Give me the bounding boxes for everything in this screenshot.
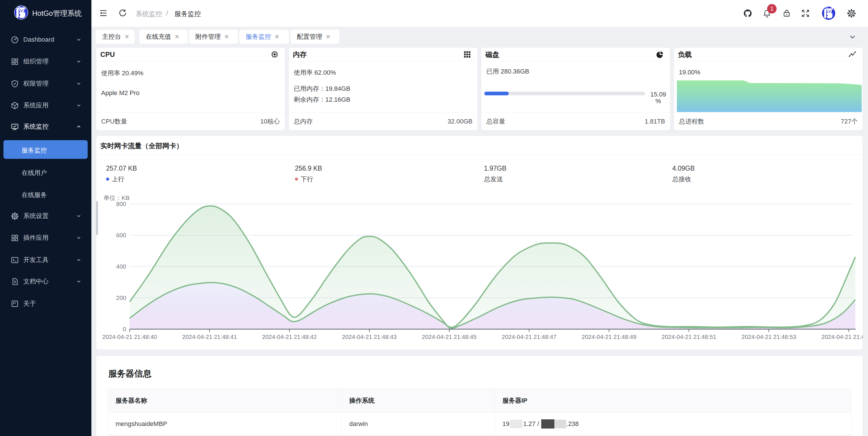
svg-text:2024-04-21 21:48:53: 2024-04-21 21:48:53 xyxy=(742,333,796,340)
svg-text:800: 800 xyxy=(116,200,126,207)
svg-text:2024-04-21 21:48:47: 2024-04-21 21:48:47 xyxy=(502,333,556,340)
svg-text:200: 200 xyxy=(116,294,126,301)
svg-text:单位：KB: 单位：KB xyxy=(103,195,130,201)
svg-text:2024-04-21 21:48:42: 2024-04-21 21:48:42 xyxy=(262,333,317,340)
svg-text:2024-04-21 21:48:45: 2024-04-21 21:48:45 xyxy=(422,333,476,340)
svg-text:2024-04-21 21:48:55: 2024-04-21 21:48:55 xyxy=(822,333,863,340)
svg-text:400: 400 xyxy=(116,263,126,270)
svg-text:600: 600 xyxy=(116,232,126,238)
svg-text:0: 0 xyxy=(123,326,126,332)
svg-text:2024-04-21 21:48:43: 2024-04-21 21:48:43 xyxy=(342,333,397,340)
svg-text:2024-04-21 21:48:40: 2024-04-21 21:48:40 xyxy=(102,333,157,340)
svg-text:2024-04-21 21:48:41: 2024-04-21 21:48:41 xyxy=(182,333,237,340)
svg-text:2024-04-21 21:48:51: 2024-04-21 21:48:51 xyxy=(662,333,716,340)
svg-text:2024-04-21 21:48:49: 2024-04-21 21:48:49 xyxy=(582,333,636,340)
